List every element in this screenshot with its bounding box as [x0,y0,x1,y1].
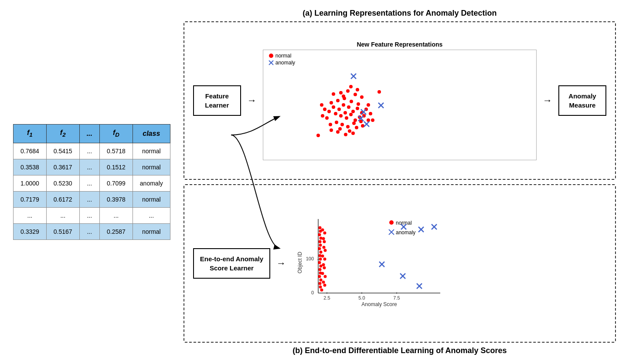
bottom-diagram-row: Ene-to-end AnomalyScore Learner → normal [193,215,606,312]
anomaly-x-icon [269,60,274,65]
main-container: f1 f2 ... fD class 0.7684 0.5415 ... 0.5… [0,0,629,364]
svg-text:2.5: 2.5 [323,295,330,300]
svg-point-13 [351,110,355,113]
svg-point-0 [269,54,273,58]
svg-point-42 [360,95,364,99]
anomaly-bottom-3 [432,224,437,229]
anomaly-bottom-5 [400,273,405,279]
normal-dot-icon [269,53,274,58]
anomaly-bottom-4 [379,262,384,267]
svg-point-41 [354,93,357,96]
svg-point-102 [319,286,322,289]
scatter-top-section: New Feature Representations normal [263,41,537,160]
svg-point-47 [371,118,374,122]
legend-normal-row: normal [269,53,295,59]
svg-point-56 [377,90,381,94]
legend-anomaly-label: anomaly [275,60,295,66]
svg-point-93 [319,254,322,257]
svg-point-67 [389,220,394,225]
svg-point-44 [321,114,324,118]
svg-point-49 [344,133,347,136]
feature-learner-box: FeatureLearner [193,85,241,116]
svg-point-36 [355,126,358,129]
svg-point-38 [332,92,335,96]
anomaly-score-section: normal anomaly Object ID [292,215,606,312]
svg-point-91 [318,247,321,250]
anomaly-bottom-6 [417,283,422,289]
svg-text:100: 100 [306,256,314,261]
svg-point-46 [367,103,370,107]
svg-point-7 [339,114,343,118]
scatter-top-title: New Feature Representations [263,41,537,48]
svg-point-4 [332,105,335,109]
svg-point-110 [322,281,325,284]
col-header-class: class [133,125,170,143]
svg-point-92 [320,251,323,254]
svg-point-106 [323,246,326,249]
svg-point-99 [318,275,321,278]
anomaly-bottom-2 [418,227,424,232]
table-row: 0.7179 0.6172 ... 0.3978 normal [14,191,170,207]
svg-point-31 [325,116,329,120]
svg-point-37 [361,124,364,128]
top-diagram-row: FeatureLearner → New Feature Representat… [193,41,606,160]
svg-point-40 [346,89,350,93]
svg-point-94 [319,258,322,261]
anomaly-score-svg: normal anomaly Object ID [292,215,449,310]
bottom-diagram-box: Ene-to-end AnomalyScore Learner → normal [184,184,616,343]
svg-point-39 [339,91,343,94]
svg-point-19 [340,123,344,126]
svg-point-114 [323,258,326,261]
svg-point-107 [321,255,324,258]
svg-point-85 [319,226,322,229]
table-row: 1.0000 0.5230 ... 0.7099 anomaly [14,175,170,191]
scatter-top-container: normal anomaly [263,50,537,160]
svg-point-117 [323,284,326,287]
svg-point-26 [350,100,353,103]
title-b: (b) End-to-end Differentiable Learning o… [184,346,616,355]
svg-point-115 [323,266,326,270]
svg-point-27 [357,102,360,106]
svg-text:normal: normal [396,220,412,226]
top-diagram-box: FeatureLearner → New Feature Representat… [184,21,616,180]
svg-point-12 [349,113,353,116]
title-a: (a) Learning Representations for Anomaly… [184,9,616,18]
svg-text:0: 0 [311,290,314,295]
anomaly-score-chart: normal anomaly Object ID [292,215,606,312]
scatter-top-svg [266,53,414,157]
col-header-fd: fD [100,125,133,143]
svg-point-105 [322,237,325,240]
anomaly-point [378,103,384,108]
svg-point-24 [336,99,340,102]
anomaly-measure-box: AnomalyMeasure [558,85,606,116]
svg-text:anomaly: anomaly [396,229,415,236]
svg-point-35 [348,129,351,133]
svg-point-33 [329,123,332,126]
svg-point-10 [345,116,348,120]
data-table-section: f1 f2 ... fD class 0.7684 0.5415 ... 0.5… [13,124,170,239]
col-header-f1: f1 [14,125,47,143]
diagrams-section: (a) Learning Representations for Anomaly… [184,9,616,355]
spacer [184,180,616,184]
svg-text:Object ID: Object ID [297,252,303,273]
svg-point-15 [356,107,359,110]
svg-point-95 [318,261,321,264]
svg-point-90 [319,244,322,247]
svg-point-20 [346,125,350,128]
arrow-2: → [543,95,552,106]
svg-point-97 [319,268,322,271]
anomaly-point [364,121,369,127]
svg-point-52 [342,94,345,98]
legend-anomaly-row: anomaly [269,60,295,66]
svg-point-30 [367,118,370,122]
svg-point-14 [354,118,357,122]
svg-text:5.0: 5.0 [358,295,365,300]
svg-point-53 [356,88,359,91]
svg-point-45 [320,103,323,107]
svg-text:Anomaly Score: Anomaly Score [361,301,397,307]
svg-point-54 [349,85,353,88]
svg-point-32 [323,108,326,111]
svg-point-87 [318,233,321,236]
svg-point-48 [351,131,355,135]
svg-point-104 [321,229,324,232]
